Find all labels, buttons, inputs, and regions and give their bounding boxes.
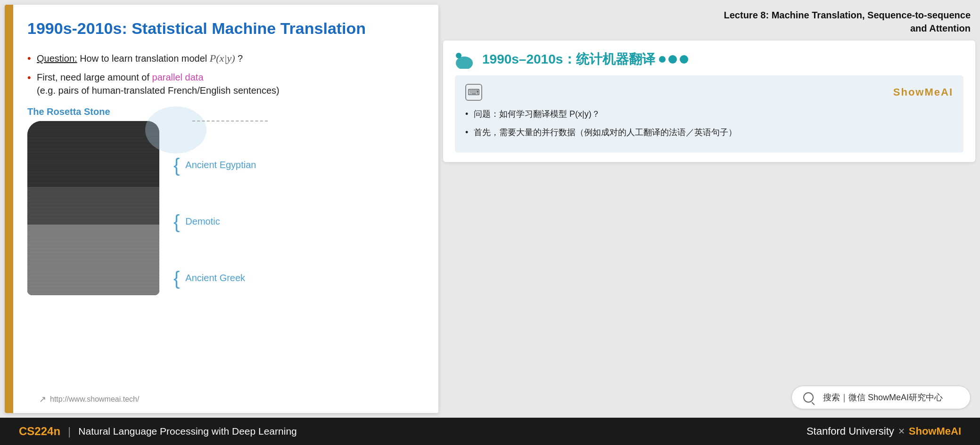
stone-top-section: [27, 121, 159, 187]
bullet-list: Question: How to learn translation model…: [27, 51, 420, 97]
search-icon: [803, 392, 814, 403]
bullet2-sub: (e.g. pairs of human-translated French/E…: [37, 85, 280, 96]
lecture-line1: Lecture 8: Machine Translation, Sequence…: [443, 8, 971, 22]
language-label-1: Ancient Egyptian: [185, 160, 256, 170]
url-text: http://www.showmeai.tech/: [50, 395, 139, 404]
bullet1-math: P(x|y): [210, 52, 235, 64]
footer-x-separator: ✕: [898, 426, 905, 437]
footer-left: CS224n | Natural Language Processing wit…: [19, 425, 297, 438]
bullet1-text: How to learn translation model: [77, 53, 210, 64]
chinese-bullet-2: 首先，需要大量的并行数据（例如成对的人工翻译的法语／英语句子）: [465, 126, 953, 139]
bullet2-highlight: parallel data: [152, 72, 204, 82]
footer-separator: |: [68, 425, 71, 438]
rosetta-section: The Rosetta Stone { Ancient Egyptian: [27, 106, 420, 304]
slide-content: 1990s-2010s: Statistical Machine Transla…: [13, 5, 438, 413]
lecture-line2: and Attention: [443, 22, 971, 35]
lecture-header: Lecture 8: Machine Translation, Sequence…: [443, 8, 975, 35]
language-label-3: Ancient Greek: [185, 273, 245, 283]
bracket-icon: {: [173, 269, 180, 288]
svg-point-1: [456, 53, 461, 58]
bullet2-text: First, need large amount of: [37, 72, 152, 82]
footer-subtitle: Natural Language Processing with Deep Le…: [78, 426, 296, 437]
bracket-icon: {: [173, 156, 180, 175]
language-item-2: { Demotic: [173, 212, 420, 231]
rosetta-left: The Rosetta Stone: [27, 106, 159, 295]
ai-card: ⌨ ShowMeAI 问题：如何学习翻译模型 P(x|y)？ 首先，需要大量的并…: [455, 75, 964, 153]
footer: CS224n | Natural Language Processing wit…: [0, 418, 980, 445]
rosetta-label: The Rosetta Stone: [27, 106, 110, 117]
search-bar: 搜索｜微信 ShowMeAI研究中心: [443, 386, 975, 409]
language-label-2: Demotic: [185, 216, 220, 227]
rosetta-stone-image: [27, 121, 159, 295]
dot-3: [680, 55, 688, 64]
ai-card-header: ⌨ ShowMeAI: [465, 84, 953, 101]
language-list: { Ancient Egyptian { Demotic { Ancient G…: [173, 130, 420, 304]
dot-2: [668, 55, 677, 64]
slide-panel: 1990s-2010s: Statistical Machine Transla…: [5, 5, 438, 413]
footer-university: Stanford University: [807, 425, 894, 437]
bullet1-prefix: Question:: [37, 53, 77, 64]
bubble-overlay: [145, 106, 206, 154]
search-box[interactable]: 搜索｜微信 ShowMeAI研究中心: [791, 386, 971, 409]
slide-title: 1990s-2010s: Statistical Machine Transla…: [27, 19, 420, 38]
footer-right: Stanford University ✕ ShowMeAI: [807, 425, 961, 437]
language-section: { Ancient Egyptian { Demotic { Ancient G…: [173, 106, 420, 304]
slide-accent-bar: [5, 5, 13, 413]
stone-bottom-section: [27, 225, 159, 295]
chinese-bullet-list: 问题：如何学习翻译模型 P(x|y)？ 首先，需要大量的并行数据（例如成对的人工…: [465, 107, 953, 139]
language-item-3: { Ancient Greek: [173, 269, 420, 288]
showmeai-brand: ShowMeAI: [893, 86, 953, 98]
cursor-icon: ↗: [39, 394, 46, 405]
teal-dots: [659, 55, 688, 64]
ai-icon: ⌨: [468, 87, 480, 97]
translation-header: 1990s–2010s：统计机器翻译: [455, 50, 964, 69]
dashed-line: [192, 121, 268, 121]
footer-showmeai: ShowMeAI: [909, 425, 961, 437]
translation-box: 1990s–2010s：统计机器翻译 ⌨ ShowMeAI: [443, 40, 975, 162]
stone-middle-section: [27, 187, 159, 225]
bullet-item-2: First, need large amount of parallel dat…: [27, 71, 420, 97]
language-item-1: { Ancient Egyptian: [173, 156, 420, 175]
chinese-bullet-1: 问题：如何学习翻译模型 P(x|y)？: [465, 107, 953, 121]
right-panel: Lecture 8: Machine Translation, Sequence…: [443, 5, 975, 413]
bullet-item-1: Question: How to learn translation model…: [27, 51, 420, 66]
url-footer: ↗ http://www.showmeai.tech/: [39, 394, 139, 405]
bracket-icon: {: [173, 212, 180, 231]
search-text: 搜索｜微信 ShowMeAI研究中心: [823, 392, 943, 403]
footer-cs224n: CS224n: [19, 425, 60, 438]
ai-icon-box: ⌨: [465, 84, 482, 101]
chinese-title: 1990s–2010s：统计机器翻译: [482, 50, 655, 68]
dot-1: [659, 56, 666, 63]
wave-icon: [455, 50, 478, 69]
bullet1-suffix: ?: [235, 53, 243, 64]
